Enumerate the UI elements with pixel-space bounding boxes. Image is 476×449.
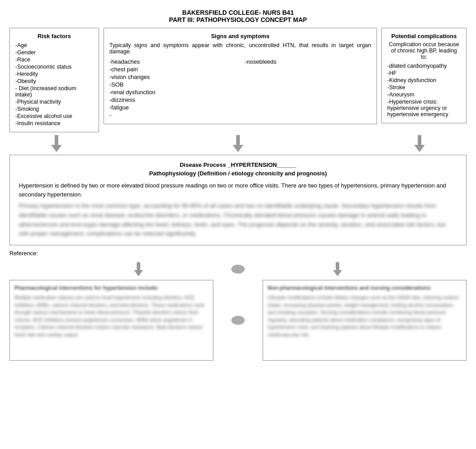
- disease-process-title: Disease Process _HYPERTENSION______: [19, 161, 457, 168]
- comp-cardiomyopathy: -dilated cardiomyopathy: [387, 63, 461, 69]
- risk-item-race: -Race: [15, 57, 93, 63]
- complications-box: Potential complications Complication occ…: [381, 28, 467, 123]
- arrow-right-head: [414, 145, 425, 152]
- arrow-left-body: [55, 135, 58, 145]
- bottom-row: Pharmacological interventions for hypert…: [9, 280, 467, 361]
- signs-title: Signs and symptoms: [109, 33, 371, 39]
- sign-fatigue: -fatigue: [109, 104, 236, 111]
- sign-dizziness: -dizziness: [109, 96, 236, 103]
- risk-item-heredity: -Heredity: [15, 71, 93, 77]
- bottom-right-content: Lifestyle modifications include dietary …: [268, 294, 462, 338]
- arrow-right-body: [418, 135, 421, 145]
- disease-process-blurred: Primary hypertension is the most common …: [19, 201, 457, 239]
- arrow-left: [50, 132, 63, 155]
- arrow-right: [413, 132, 426, 155]
- arrow-center: [231, 132, 245, 155]
- complications-list: -dilated cardiomyopathy -HF -Kidney dysf…: [387, 63, 461, 118]
- bottom-middle-connector: [231, 316, 245, 325]
- signs-list: -headaches -chest pain -vision changes -…: [109, 58, 371, 119]
- bottom-arrow-left: [134, 262, 143, 276]
- bottom-arrows-row: [9, 260, 467, 278]
- complications-subtitle: Complication occur because of chronic hi…: [387, 41, 461, 60]
- sign-sob: -SOB: [109, 81, 236, 88]
- comp-stroke: -Stroke: [387, 84, 461, 91]
- disease-process-visible: Hypertension is defined by two or more e…: [19, 181, 457, 199]
- bottom-arrow-right-body: [336, 262, 339, 270]
- risk-item-socioeconomic: -Socioeconomic status: [15, 64, 93, 70]
- sign-dash: -: [109, 112, 236, 118]
- sign-renal: -renal dysfunction: [109, 89, 236, 96]
- risk-factors-title: Risk factors: [15, 33, 93, 39]
- bottom-arrow-right-head: [333, 270, 342, 276]
- bottom-arrow-left-head: [134, 270, 143, 276]
- bottom-arrow-left-body: [137, 262, 140, 270]
- reference-label: Reference:: [9, 250, 38, 257]
- sign-chest-pain: -chest pain: [109, 66, 236, 73]
- arrows-row: [9, 132, 467, 155]
- bottom-right-title: Non-pharmacological interventions and nu…: [268, 285, 462, 291]
- risk-item-diet: - Diet (Increased sodium intake): [15, 85, 93, 98]
- risk-item-gender: -Gender: [15, 49, 93, 56]
- header-line1: BAKERSFIELD COLLEGE- NURS B41: [9, 9, 467, 16]
- risk-item-insulin: -Insulin resistance: [15, 120, 93, 126]
- arrow-center-body: [236, 135, 240, 145]
- disease-process-subtitle: Pathophysiology (Definition / etiology c…: [19, 170, 457, 177]
- bottom-left-box: Pharmacological interventions for hypert…: [9, 280, 213, 361]
- bottom-connector-ellipse: [231, 265, 245, 274]
- arrow-center-head: [233, 145, 243, 152]
- sign-vision: -vision changes: [109, 74, 236, 80]
- risk-factors-box: Risk factors -Age -Gender -Race -Socioec…: [9, 28, 99, 132]
- bottom-left-content: Multiple medication classes are used to …: [14, 294, 208, 338]
- risk-item-inactivity: -Physical inactivity: [15, 99, 93, 105]
- bottom-right-box: Non-pharmacological interventions and nu…: [263, 280, 467, 361]
- signs-symptoms-box: Signs and symptoms Typically signs and s…: [104, 28, 377, 124]
- risk-item-smoking: -Smoking: [15, 106, 93, 112]
- risk-factors-list: -Age -Gender -Race -Socioeconomic status…: [15, 42, 93, 126]
- signs-intro: Typically signs and symptoms appear with…: [109, 42, 371, 55]
- complications-title: Potential complications: [387, 33, 461, 39]
- signs-col1: -headaches -chest pain -vision changes -…: [109, 58, 236, 119]
- comp-crisis: -Hypertensive crisis: hypertensive urgen…: [387, 99, 461, 118]
- reference-section: Reference:: [9, 250, 467, 257]
- bottom-connector: [231, 280, 245, 325]
- comp-hf: -HF: [387, 70, 461, 76]
- risk-item-obesity: -Obesity: [15, 78, 93, 84]
- comp-aneurysm: -Aneurysm: [387, 92, 461, 98]
- comp-kidney: -Kidney dysfunction: [387, 77, 461, 83]
- risk-item-alcohol: -Excessive alcohol use: [15, 113, 93, 119]
- page-header: BAKERSFIELD COLLEGE- NURS B41 PART III: …: [9, 9, 467, 23]
- risk-item-age: -Age: [15, 42, 93, 48]
- top-row: Risk factors -Age -Gender -Race -Socioec…: [9, 28, 467, 132]
- sign-headaches: -headaches: [109, 58, 236, 65]
- bottom-arrow-right: [333, 262, 342, 276]
- signs-col2: -nosebleeds: [245, 58, 371, 119]
- disease-process-box: Disease Process _HYPERTENSION______ Path…: [9, 155, 467, 245]
- bottom-left-title: Pharmacological interventions for hypert…: [14, 285, 208, 291]
- arrow-left-head: [51, 145, 62, 152]
- sign-nosebleeds: -nosebleeds: [245, 58, 371, 65]
- header-line2: PART III: PATHOPHYSIOLOGY CONCEPT MAP: [9, 16, 467, 23]
